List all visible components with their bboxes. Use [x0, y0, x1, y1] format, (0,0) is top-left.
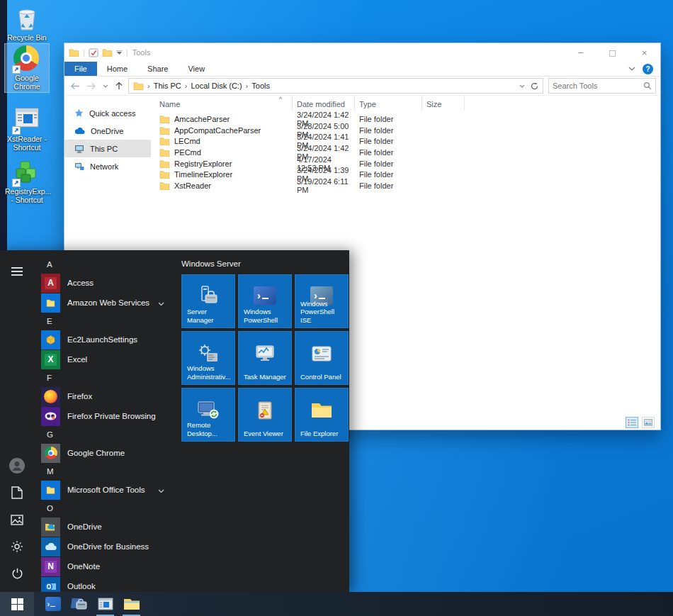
refresh-icon[interactable] [531, 82, 538, 90]
tile-group-title[interactable]: Windows Server [181, 259, 349, 268]
letter-header[interactable]: M [38, 463, 174, 480]
desktop-icon-google-chrome[interactable]: Google Chrome [5, 44, 49, 92]
customize-qat-icon[interactable] [116, 50, 123, 55]
column-headers: Name ^ Date modified Type Size [151, 96, 660, 111]
desktop-icon-registry-explorer[interactable]: RegistryExp... - Shortcut [5, 157, 49, 206]
nav-item-network[interactable]: Network [64, 157, 151, 175]
desktop-icon-xstreader[interactable]: XstReader - Shortcut [5, 105, 49, 153]
app-item-firefox-private[interactable]: Firefox Private Browsing [38, 406, 174, 426]
new-folder-icon[interactable] [102, 48, 113, 57]
breadcrumb-local-disk[interactable]: Local Disk (C:) [191, 82, 242, 90]
taskbar-powershell-button[interactable]: › [40, 592, 66, 616]
window-title: Tools [132, 48, 151, 57]
file-row[interactable]: LECmd 3/24/2024 1:41 PM File folder [151, 135, 660, 147]
app-item-firefox[interactable]: Firefox [38, 386, 174, 406]
address-dropdown-icon[interactable] [519, 84, 525, 88]
folder-icon [159, 159, 170, 168]
taskbar-file-explorer-button[interactable] [118, 592, 145, 616]
column-header-date-modified[interactable]: Date modified [293, 96, 355, 111]
search-input[interactable] [553, 82, 643, 90]
shortcut-arrow-icon [12, 65, 21, 74]
nav-item-this-pc[interactable]: This PC [64, 140, 151, 157]
nav-item-onedrive[interactable]: OneDrive [64, 122, 151, 140]
tile-control-panel[interactable]: Control Panel [295, 331, 349, 385]
start-button[interactable] [0, 592, 34, 616]
tile-task-manager[interactable]: Task Manager [238, 331, 292, 385]
app-item-excel[interactable]: X Excel [38, 349, 174, 369]
tile-server-manager[interactable]: Server Manager [181, 274, 235, 328]
breadcrumb-this-pc[interactable]: This PC [154, 82, 181, 90]
close-button[interactable]: × [628, 43, 660, 62]
address-bar[interactable]: › This PC › Local Disk (C:) › Tools [128, 78, 543, 94]
thumbnail-view-button[interactable] [642, 417, 655, 428]
quick-access-icon [74, 108, 84, 118]
tab-file[interactable]: File [64, 62, 97, 76]
file-row[interactable]: XstReader 3/19/2024 6:11 PM File folder [151, 180, 660, 191]
desktop-icon-recycle-bin[interactable]: Recycle Bin [5, 4, 49, 43]
app-item-onedrive[interactable]: OneDrive [38, 517, 174, 537]
app-item-ec2launchsettings[interactable]: Ec2LaunchSettings [38, 330, 174, 349]
tile-file-explorer[interactable]: File Explorer [295, 388, 349, 442]
taskbar-server-manager-button[interactable] [66, 592, 92, 616]
letter-header[interactable]: G [38, 426, 174, 443]
column-header-size[interactable]: Size [422, 96, 465, 111]
title-bar[interactable]: | | Tools ─ □ × [64, 43, 660, 62]
app-item-onedrive-for-business[interactable]: OneDrive for Business [38, 537, 174, 556]
taskbar-xstreader-button[interactable] [92, 592, 118, 616]
app-item-google-chrome[interactable]: Google Chrome [38, 443, 174, 463]
app-item-onenote[interactable]: N OneNote [38, 556, 174, 576]
back-icon[interactable] [70, 82, 80, 90]
properties-icon[interactable] [89, 48, 98, 57]
firefox-icon [41, 387, 60, 406]
outlook-icon [41, 577, 60, 593]
tile-event-viewer[interactable]: Event Viewer [238, 388, 292, 442]
breadcrumb-tools[interactable]: Tools [251, 82, 270, 90]
column-header-type[interactable]: Type [355, 96, 422, 111]
tile-windows-powershell[interactable]: › Windows PowerShell [238, 274, 292, 328]
details-view-button[interactable] [626, 417, 638, 428]
address-bar-row: › This PC › Local Disk (C:) › Tools [64, 77, 660, 96]
user-account-icon[interactable] [6, 454, 28, 477]
desktop: Recycle Bin Google Chrome XstReader - Sh… [0, 0, 673, 616]
power-icon[interactable] [6, 562, 28, 585]
letter-header[interactable]: A [38, 256, 174, 273]
help-icon[interactable]: ? [643, 64, 653, 74]
search-box[interactable] [548, 78, 656, 94]
desktop-icon-label: RegistryExp... - Shortcut [5, 187, 49, 204]
letter-header[interactable]: O [38, 500, 174, 517]
shortcut-arrow-icon [12, 126, 21, 135]
pictures-icon[interactable] [6, 508, 28, 531]
file-row[interactable]: TimelineExplorer 3/24/2024 1:39 PM File … [151, 169, 660, 180]
recent-locations-icon[interactable] [103, 84, 108, 88]
tile-remote-desktop[interactable]: Remote Desktop... [181, 388, 235, 442]
forward-icon[interactable] [86, 82, 96, 90]
tile-windows-powershell-ise[interactable]: › Windows PowerShell ISE [295, 274, 349, 328]
search-icon[interactable] [643, 82, 652, 90]
file-row[interactable]: AmcacheParser 3/24/2024 1:42 PM File fol… [151, 113, 660, 125]
column-header-name[interactable]: Name ^ [151, 96, 293, 111]
tile-windows-administrative-tools[interactable]: Windows Administrativ... [181, 331, 235, 385]
tab-home[interactable]: Home [97, 62, 137, 76]
tab-view[interactable]: View [178, 62, 215, 76]
app-item-microsoft-office-tools[interactable]: Microsoft Office Tools [38, 480, 174, 500]
file-row[interactable]: PECmd 3/24/2024 1:42 PM File folder [151, 147, 660, 158]
app-item-access[interactable]: A Access [38, 273, 174, 293]
expand-chevron-icon[interactable] [158, 296, 174, 309]
letter-header[interactable]: E [38, 313, 174, 330]
documents-icon[interactable] [6, 481, 28, 504]
file-row[interactable]: RegistryExplorer 4/17/2024 12:53 PM File… [151, 158, 660, 169]
letter-header[interactable]: F [38, 369, 174, 386]
settings-gear-icon[interactable] [6, 535, 28, 558]
expand-chevron-icon[interactable] [158, 483, 174, 496]
file-row[interactable]: AppCompatCacheParser 3/28/2024 5:00 PM F… [151, 125, 660, 136]
nav-item-quick-access[interactable]: Quick access [64, 104, 151, 122]
app-item-outlook[interactable]: Outlook [38, 576, 174, 592]
menu-hamburger-icon[interactable] [6, 260, 28, 283]
tab-share[interactable]: Share [137, 62, 178, 76]
up-icon[interactable] [115, 82, 123, 90]
office-tools-folder-icon [41, 481, 60, 500]
minimize-button[interactable]: ─ [565, 43, 596, 62]
maximize-button[interactable]: □ [596, 43, 628, 62]
app-item-amazon-web-services[interactable]: Amazon Web Services [38, 293, 174, 313]
expand-ribbon-icon[interactable] [628, 67, 635, 71]
